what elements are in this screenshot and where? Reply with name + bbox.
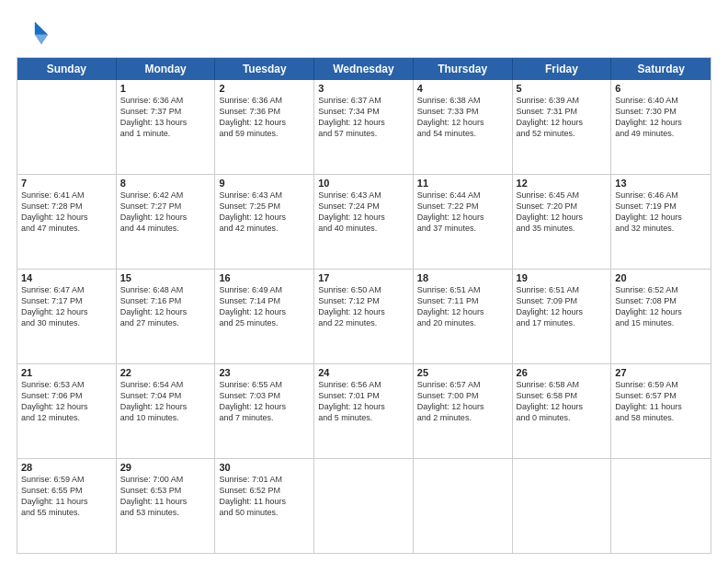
- cell-info-line: Daylight: 12 hours: [219, 212, 310, 223]
- calendar-cell: 27Sunrise: 6:59 AMSunset: 6:57 PMDayligh…: [611, 364, 711, 458]
- cell-info-line: Sunset: 7:09 PM: [517, 295, 608, 306]
- calendar-cell: 13Sunrise: 6:46 AMSunset: 7:19 PMDayligh…: [611, 175, 711, 269]
- calendar-cell: 9Sunrise: 6:43 AMSunset: 7:25 PMDaylight…: [215, 175, 314, 269]
- cell-info-line: and 17 minutes.: [517, 317, 608, 328]
- day-number: 8: [120, 178, 211, 189]
- calendar-cell: 7Sunrise: 6:41 AMSunset: 7:28 PMDaylight…: [17, 175, 117, 269]
- cell-info-line: Daylight: 12 hours: [615, 212, 707, 223]
- cell-info-line: Sunrise: 6:47 AM: [21, 284, 112, 295]
- calendar-body: 1Sunrise: 6:36 AMSunset: 7:37 PMDaylight…: [17, 80, 711, 553]
- cell-info-line: Sunset: 7:30 PM: [615, 106, 707, 117]
- day-number: 23: [219, 367, 310, 378]
- calendar-cell: 26Sunrise: 6:58 AMSunset: 6:58 PMDayligh…: [513, 364, 612, 458]
- cell-info-line: and 25 minutes.: [219, 317, 310, 328]
- calendar-cell: 4Sunrise: 6:38 AMSunset: 7:33 PMDaylight…: [414, 80, 513, 174]
- cell-info-line: Sunrise: 6:59 AM: [615, 379, 707, 390]
- calendar-cell: 24Sunrise: 6:56 AMSunset: 7:01 PMDayligh…: [314, 364, 414, 458]
- calendar-cell: 22Sunrise: 6:54 AMSunset: 7:04 PMDayligh…: [117, 364, 216, 458]
- logo: [17, 17, 53, 50]
- cell-info-line: Sunrise: 6:39 AM: [517, 95, 608, 106]
- calendar-week-row: 21Sunrise: 6:53 AMSunset: 7:06 PMDayligh…: [17, 364, 711, 459]
- cell-info-line: Daylight: 12 hours: [318, 212, 409, 223]
- day-number: 14: [21, 272, 112, 283]
- calendar-cell: 6Sunrise: 6:40 AMSunset: 7:30 PMDaylight…: [611, 80, 711, 174]
- cell-info-line: and 1 minute.: [120, 128, 211, 139]
- cell-info-line: Sunrise: 6:53 AM: [21, 379, 112, 390]
- calendar-week-row: 7Sunrise: 6:41 AMSunset: 7:28 PMDaylight…: [17, 175, 711, 270]
- cell-info-line: Sunrise: 6:52 AM: [615, 284, 707, 295]
- calendar-cell: [414, 459, 513, 553]
- day-number: 7: [21, 178, 112, 189]
- cell-info-line: Sunset: 6:58 PM: [517, 390, 608, 401]
- cell-info-line: Daylight: 12 hours: [219, 401, 310, 412]
- cell-info-line: Sunrise: 6:56 AM: [318, 379, 409, 390]
- cell-info-line: Sunrise: 6:40 AM: [615, 95, 707, 106]
- day-number: 4: [417, 83, 508, 94]
- page-header: [17, 17, 711, 50]
- cell-info-line: Daylight: 12 hours: [21, 212, 112, 223]
- calendar-container: SundayMondayTuesdayWednesdayThursdayFrid…: [17, 57, 711, 554]
- cell-info-line: Sunrise: 6:36 AM: [219, 95, 310, 106]
- cell-info-line: Sunset: 7:00 PM: [417, 390, 508, 401]
- cell-info-line: Sunrise: 7:01 AM: [219, 474, 310, 485]
- day-number: 6: [615, 83, 707, 94]
- cell-info-line: Sunrise: 6:51 AM: [417, 284, 508, 295]
- calendar-cell: 28Sunrise: 6:59 AMSunset: 6:55 PMDayligh…: [17, 459, 117, 553]
- calendar-cell: 30Sunrise: 7:01 AMSunset: 6:52 PMDayligh…: [215, 459, 314, 553]
- calendar-cell: [17, 80, 117, 174]
- cell-info-line: Sunrise: 6:54 AM: [120, 379, 211, 390]
- calendar-cell: 14Sunrise: 6:47 AMSunset: 7:17 PMDayligh…: [17, 270, 117, 363]
- cell-info-line: Sunset: 7:14 PM: [219, 295, 310, 306]
- calendar-cell: 15Sunrise: 6:48 AMSunset: 7:16 PMDayligh…: [117, 270, 216, 363]
- svg-marker-0: [35, 21, 48, 34]
- day-number: 15: [120, 272, 211, 283]
- cell-info-line: and 10 minutes.: [120, 412, 211, 423]
- cell-info-line: Daylight: 12 hours: [120, 401, 211, 412]
- day-number: 9: [219, 178, 310, 189]
- cell-info-line: Sunset: 7:12 PM: [318, 295, 409, 306]
- cell-info-line: Sunset: 7:22 PM: [417, 201, 508, 212]
- weekday-header: Sunday: [17, 58, 117, 80]
- cell-info-line: Sunset: 7:34 PM: [318, 106, 409, 117]
- calendar-header: SundayMondayTuesdayWednesdayThursdayFrid…: [17, 58, 711, 80]
- cell-info-line: Daylight: 13 hours: [120, 117, 211, 128]
- cell-info-line: Daylight: 12 hours: [21, 306, 112, 317]
- cell-info-line: Sunrise: 6:55 AM: [219, 379, 310, 390]
- cell-info-line: Sunrise: 6:50 AM: [318, 284, 409, 295]
- cell-info-line: Sunrise: 6:44 AM: [417, 190, 508, 201]
- cell-info-line: Sunset: 7:25 PM: [219, 201, 310, 212]
- cell-info-line: Sunrise: 6:58 AM: [517, 379, 608, 390]
- cell-info-line: Daylight: 12 hours: [517, 306, 608, 317]
- calendar-cell: 5Sunrise: 6:39 AMSunset: 7:31 PMDaylight…: [513, 80, 612, 174]
- day-number: 3: [318, 83, 409, 94]
- calendar-cell: 23Sunrise: 6:55 AMSunset: 7:03 PMDayligh…: [215, 364, 314, 458]
- cell-info-line: Daylight: 12 hours: [615, 117, 707, 128]
- cell-info-line: Sunrise: 6:45 AM: [517, 190, 608, 201]
- cell-info-line: Sunrise: 6:57 AM: [417, 379, 508, 390]
- cell-info-line: Sunset: 7:33 PM: [417, 106, 508, 117]
- cell-info-line: Sunrise: 6:43 AM: [318, 190, 409, 201]
- day-number: 27: [615, 367, 707, 378]
- cell-info-line: Sunset: 7:27 PM: [120, 201, 211, 212]
- weekday-header: Tuesday: [215, 58, 314, 80]
- cell-info-line: Daylight: 11 hours: [219, 496, 310, 507]
- cell-info-line: Sunrise: 6:51 AM: [517, 284, 608, 295]
- cell-info-line: Sunrise: 6:43 AM: [219, 190, 310, 201]
- cell-info-line: and 15 minutes.: [615, 317, 707, 328]
- cell-info-line: Daylight: 12 hours: [517, 401, 608, 412]
- cell-info-line: and 59 minutes.: [219, 128, 310, 139]
- cell-info-line: Sunrise: 6:37 AM: [318, 95, 409, 106]
- cell-info-line: Sunset: 7:20 PM: [517, 201, 608, 212]
- weekday-header: Saturday: [611, 58, 711, 80]
- day-number: 22: [120, 367, 211, 378]
- cell-info-line: Sunset: 7:16 PM: [120, 295, 211, 306]
- calendar-week-row: 28Sunrise: 6:59 AMSunset: 6:55 PMDayligh…: [17, 459, 711, 553]
- calendar-cell: 20Sunrise: 6:52 AMSunset: 7:08 PMDayligh…: [611, 270, 711, 363]
- day-number: 24: [318, 367, 409, 378]
- cell-info-line: Sunrise: 6:36 AM: [120, 95, 211, 106]
- cell-info-line: and 0 minutes.: [517, 412, 608, 423]
- cell-info-line: Daylight: 12 hours: [318, 306, 409, 317]
- calendar-cell: 17Sunrise: 6:50 AMSunset: 7:12 PMDayligh…: [314, 270, 414, 363]
- calendar-cell: 18Sunrise: 6:51 AMSunset: 7:11 PMDayligh…: [414, 270, 513, 363]
- calendar-cell: 19Sunrise: 6:51 AMSunset: 7:09 PMDayligh…: [513, 270, 612, 363]
